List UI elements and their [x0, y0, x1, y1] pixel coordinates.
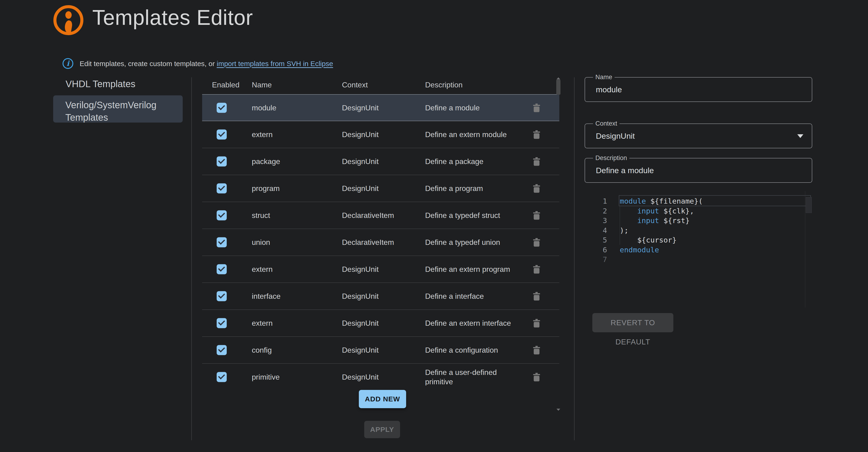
row-description: Define a typedef struct [425, 211, 526, 220]
line-code: endmodule [620, 245, 659, 255]
apply-button[interactable]: APPLY [364, 421, 400, 438]
line-number: 5 [590, 235, 607, 245]
logo-body [64, 20, 73, 33]
table-row[interactable]: program DesignUnit Define a program [202, 175, 559, 202]
context-dropdown-value[interactable]: DesignUnit [596, 131, 635, 141]
chevron-down-icon[interactable] [797, 134, 803, 138]
logo-dot [65, 11, 72, 19]
enabled-checkbox[interactable] [217, 102, 227, 113]
table-row[interactable]: package DesignUnit Define a package [202, 148, 559, 175]
line-number: 3 [590, 216, 607, 225]
column-header-name: Name [252, 81, 272, 89]
row-context: DesignUnit [342, 157, 379, 166]
table-row[interactable]: primitive DesignUnit Define a user-defin… [202, 364, 559, 386]
description-field-value[interactable]: Define a module [596, 166, 654, 175]
delete-trash-icon[interactable] [531, 344, 542, 356]
enabled-checkbox[interactable] [217, 372, 227, 382]
row-context: DesignUnit [342, 130, 379, 139]
row-name: extern [252, 130, 273, 139]
delete-trash-icon[interactable] [531, 263, 542, 275]
line-code: input ${clk}, [620, 206, 694, 216]
template-code-editor[interactable]: 1module ${filename}(2 input ${clk},3 inp… [590, 191, 811, 308]
row-description: Define a configuration [425, 345, 526, 355]
table-row[interactable]: union DeclarativeItem Define a typedef u… [202, 229, 559, 256]
table-row[interactable]: extern DesignUnit Define an extern inter… [202, 310, 559, 337]
enabled-checkbox[interactable] [217, 345, 227, 355]
table-row[interactable]: extern DesignUnit Define an extern progr… [202, 256, 559, 283]
editor-line: 7 [590, 254, 811, 264]
enabled-checkbox[interactable] [217, 183, 227, 193]
description-field[interactable]: Description Define a module [585, 158, 812, 183]
row-name: program [252, 184, 280, 193]
revert-to-default-button[interactable]: REVERT TO DEFAULT [592, 313, 673, 332]
sidebar-item-verilog-templates[interactable]: Verilog/SystemVerilog Templates [53, 95, 183, 123]
import-templates-link[interactable]: import templates from SVH in Eclipse [217, 60, 333, 67]
table-scrollbar-thumb[interactable] [556, 80, 560, 95]
delete-trash-icon[interactable] [531, 209, 542, 221]
delete-trash-icon[interactable] [531, 371, 542, 383]
row-context: DesignUnit [342, 319, 379, 328]
table-row[interactable]: struct DeclarativeItem Define a typedef … [202, 202, 559, 229]
name-field-value[interactable]: module [596, 85, 622, 94]
enabled-checkbox[interactable] [217, 156, 227, 167]
enabled-checkbox[interactable] [217, 264, 227, 274]
row-context: DesignUnit [342, 373, 379, 382]
editor-line: 4); [590, 225, 811, 235]
line-number: 2 [590, 206, 607, 216]
table-row[interactable]: module DesignUnit Define a module [202, 94, 559, 121]
enabled-checkbox[interactable] [217, 318, 227, 328]
column-header-description: Description [425, 81, 463, 89]
row-description: Define a package [425, 157, 526, 166]
row-name: extern [252, 319, 273, 328]
row-name: union [252, 238, 270, 247]
templates-table: Enabled Name Context Description module … [202, 77, 559, 386]
row-context: DesignUnit [342, 292, 379, 301]
editor-line: 1module ${filename}( [590, 196, 811, 206]
enabled-checkbox[interactable] [217, 237, 227, 247]
editor-line: 6endmodule [590, 245, 811, 255]
editor-line: 3 input ${rst} [590, 216, 811, 225]
row-name: extern [252, 265, 273, 274]
table-header: Enabled Name Context Description [202, 77, 559, 94]
templates-editor-app: Templates Editor i Edit templates, creat… [0, 0, 868, 452]
delete-trash-icon[interactable] [531, 290, 542, 302]
row-name: package [252, 157, 280, 166]
editor-line: 5 ${cursor} [590, 235, 811, 245]
context-dropdown-label: Context [593, 120, 620, 127]
line-number: 7 [590, 254, 607, 264]
name-field[interactable]: Name module [585, 77, 812, 102]
delete-trash-icon[interactable] [531, 155, 542, 168]
row-description: Define an extern program [425, 265, 526, 274]
row-name: struct [252, 211, 270, 220]
row-context: DesignUnit [342, 265, 379, 274]
row-context: DesignUnit [342, 184, 379, 193]
context-dropdown[interactable]: Context DesignUnit [585, 123, 812, 148]
line-code: input ${rst} [620, 216, 690, 225]
table-row[interactable]: interface DesignUnit Define a interface [202, 283, 559, 310]
row-name: config [252, 346, 272, 355]
enabled-checkbox[interactable] [217, 291, 227, 301]
sidebar-item-vhdl-templates[interactable]: VHDL Templates [53, 78, 183, 90]
delete-trash-icon[interactable] [531, 102, 542, 114]
table-row[interactable]: config DesignUnit Define a configuration [202, 337, 559, 364]
info-circle-icon: i [63, 58, 73, 69]
row-description: Define a user-defined primitive [425, 368, 526, 386]
row-description: Define an extern module [425, 130, 526, 139]
scrollbar-up-arrow-icon[interactable] [557, 77, 560, 80]
line-code: ${cursor} [620, 235, 677, 245]
delete-trash-icon[interactable] [531, 128, 542, 141]
line-number: 6 [590, 245, 607, 255]
row-context: DesignUnit [342, 346, 379, 355]
delete-trash-icon[interactable] [531, 182, 542, 194]
app-logo-icon [53, 5, 83, 35]
delete-trash-icon[interactable] [531, 236, 542, 248]
enabled-checkbox[interactable] [217, 129, 227, 140]
delete-trash-icon[interactable] [531, 317, 542, 329]
table-row[interactable]: extern DesignUnit Define an extern modul… [202, 121, 559, 148]
add-new-button[interactable]: ADD NEW [359, 390, 406, 408]
column-header-enabled: Enabled [212, 81, 239, 89]
line-number: 4 [590, 225, 607, 235]
enabled-checkbox[interactable] [217, 210, 227, 220]
scrollbar-down-arrow-icon[interactable] [557, 409, 560, 411]
line-number: 1 [590, 196, 607, 206]
